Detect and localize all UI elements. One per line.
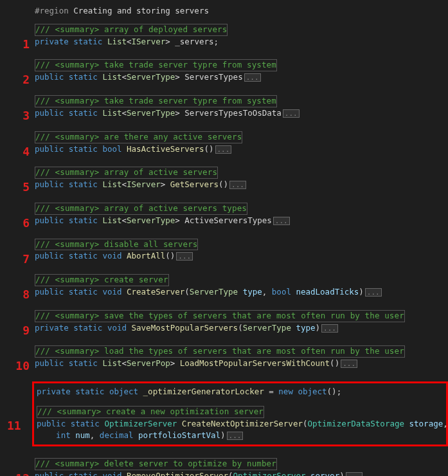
code-block-4: 4/// <summary> are there any active serv… bbox=[0, 131, 448, 156]
token: AbortAll bbox=[127, 251, 165, 261]
code-line: private static object _optimizerGenerato… bbox=[37, 386, 444, 398]
token: (); bbox=[327, 387, 342, 396]
token: List bbox=[102, 179, 121, 189]
code-block-10: 10/// <summary> load the types of server… bbox=[0, 345, 448, 370]
token: public bbox=[35, 215, 69, 225]
code-line: int num, decimal portfolioStartVal)... bbox=[37, 430, 444, 442]
code-line: public static OptimizerServer CreateNext… bbox=[37, 418, 444, 430]
token: static bbox=[73, 323, 107, 333]
token: type bbox=[296, 323, 315, 333]
token: ServerType bbox=[190, 287, 243, 297]
region-kw: #region bbox=[35, 6, 69, 15]
token: decimal bbox=[100, 430, 138, 440]
annotation-number: 11 bbox=[7, 417, 21, 434]
token: int bbox=[56, 430, 75, 440]
token: public bbox=[35, 358, 69, 368]
code-line: public static List<ServerType> ActiveSer… bbox=[35, 215, 448, 227]
token: static bbox=[69, 144, 103, 154]
token: ) bbox=[339, 471, 345, 476]
annotation-number: 7 bbox=[3, 250, 30, 268]
token: ( bbox=[228, 471, 233, 476]
token: > bbox=[165, 37, 175, 46]
fold-icon[interactable]: ... bbox=[346, 472, 363, 476]
summary-comment: /// <summary> create a new optimization … bbox=[37, 406, 264, 418]
code-block-9: 9/// <summary> save the types of servers… bbox=[0, 310, 448, 334]
token: ) bbox=[359, 287, 364, 297]
token: public bbox=[35, 471, 69, 476]
token: CreateNextOptimizerServer bbox=[182, 419, 303, 428]
token: IServer bbox=[127, 179, 161, 189]
code-line: public static List<IServer> GetServers()… bbox=[35, 179, 448, 191]
token: ActiveServersTypes bbox=[184, 215, 271, 225]
token: static bbox=[69, 251, 103, 261]
token: OptimizerServer bbox=[233, 471, 310, 476]
token: _servers bbox=[175, 37, 213, 46]
token: , bbox=[262, 287, 272, 297]
code-line: public static List<ServerType> ServersTy… bbox=[35, 107, 448, 120]
summary-comment: /// <summary> take trade server typre fr… bbox=[35, 95, 277, 107]
token: ServerType bbox=[127, 72, 175, 82]
token: > bbox=[175, 72, 184, 82]
token: ServerPop bbox=[127, 358, 170, 368]
summary-comment: /// <summary> take trade server typre fr… bbox=[35, 59, 277, 71]
fold-icon[interactable]: ... bbox=[215, 145, 232, 154]
annotation-number: 5 bbox=[3, 178, 30, 196]
annotation-number: 8 bbox=[3, 286, 30, 303]
token: () bbox=[204, 144, 213, 154]
code-block-12: 12/// <summary> delete server to optimiz… bbox=[0, 458, 448, 476]
region-start: #region Creating and storing servers bbox=[0, 5, 448, 17]
token: > bbox=[161, 179, 170, 189]
token: void bbox=[102, 287, 127, 297]
annotation-number: 1 bbox=[3, 35, 30, 53]
token: static bbox=[69, 108, 103, 118]
fold-icon[interactable]: ... bbox=[365, 288, 382, 297]
token: List bbox=[102, 215, 121, 225]
token: List bbox=[102, 108, 121, 118]
token: public bbox=[35, 72, 69, 82]
token: < bbox=[121, 215, 127, 225]
token: OptimizerDataStorage bbox=[307, 419, 409, 428]
code-line: public static void AbortAll()... bbox=[35, 250, 448, 262]
token: , bbox=[443, 419, 448, 428]
token: portfolioStartVal bbox=[138, 430, 220, 440]
token: static bbox=[75, 387, 109, 396]
token: > bbox=[170, 358, 180, 368]
code-line: private static void SaveMostPopularServe… bbox=[35, 322, 448, 334]
token: void bbox=[107, 323, 132, 333]
token: < bbox=[121, 72, 127, 82]
token: > bbox=[175, 108, 184, 118]
token: ServerType bbox=[243, 323, 296, 333]
token: = bbox=[264, 387, 279, 396]
fold-icon[interactable]: ... bbox=[176, 252, 193, 261]
token: ) bbox=[220, 430, 226, 440]
fold-icon[interactable]: ... bbox=[244, 73, 261, 82]
code-block-8: 8/// <summary> create serverpublic stati… bbox=[0, 274, 448, 298]
fold-icon[interactable]: ... bbox=[321, 324, 338, 333]
token: LoadMostPopularServersWithCount bbox=[180, 358, 330, 368]
code-line: public static List<ServerType> ServersTy… bbox=[35, 71, 448, 84]
fold-icon[interactable]: ... bbox=[283, 109, 300, 118]
code-block-6: 6/// <summary> array of active servers t… bbox=[0, 203, 448, 227]
fold-icon[interactable]: ... bbox=[227, 432, 244, 440]
token: type bbox=[243, 287, 262, 297]
token bbox=[37, 430, 56, 440]
code-block-3: 3/// <summary> take trade server typre f… bbox=[0, 95, 448, 120]
token: bool bbox=[272, 287, 296, 297]
token: storage bbox=[409, 419, 444, 428]
summary-comment: /// <summary> create server bbox=[35, 274, 169, 286]
token: public bbox=[37, 419, 71, 428]
token: void bbox=[102, 471, 127, 476]
code-block-2: 2/// <summary> take trade server typre f… bbox=[0, 59, 448, 84]
fold-icon[interactable]: ... bbox=[341, 360, 357, 368]
token: bool bbox=[102, 144, 127, 154]
token: ServerType bbox=[127, 108, 175, 118]
token: new bbox=[278, 387, 298, 396]
token: () bbox=[219, 179, 228, 189]
token: server bbox=[310, 471, 339, 476]
code-line: public static void CreateServer(ServerTy… bbox=[35, 286, 448, 298]
annotation-number: 2 bbox=[3, 71, 30, 88]
summary-comment: /// <summary> delete server to optimize … bbox=[35, 458, 277, 470]
annotation-number: 12 bbox=[3, 470, 30, 476]
fold-icon[interactable]: ... bbox=[273, 217, 290, 225]
fold-icon[interactable]: ... bbox=[229, 181, 246, 189]
